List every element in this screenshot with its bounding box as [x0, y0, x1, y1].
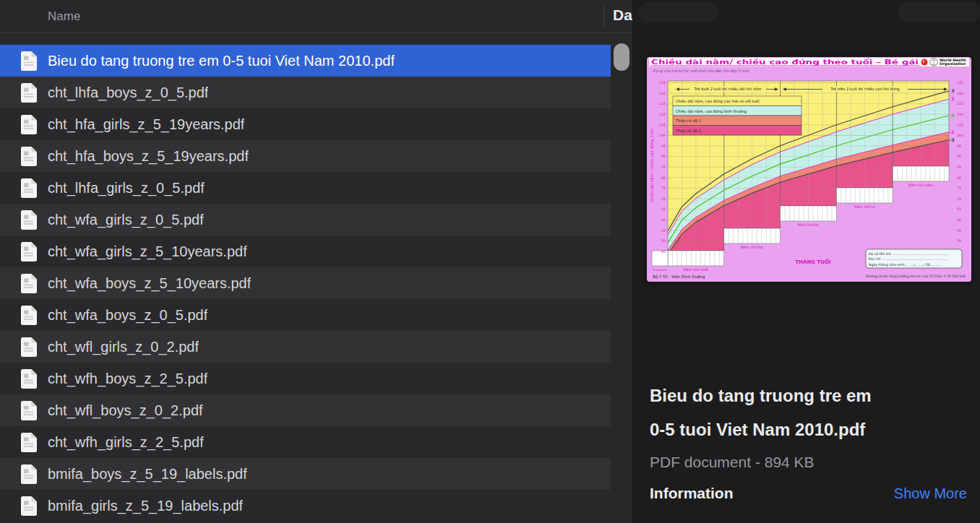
file-name: cht_wfa_boys_z_5_10years.pdf: [48, 275, 251, 292]
document-icon: [21, 51, 37, 71]
file-row[interactable]: cht_wfa_girls_z_5_10years.pdf: [0, 235, 611, 267]
file-name: cht_wfl_boys_z_0_2.pdf: [48, 402, 203, 419]
svg-text:105: 105: [659, 124, 666, 127]
file-row[interactable]: cht_hfa_girls_z_5_19years.pdf: [0, 108, 611, 140]
svg-text:95: 95: [661, 144, 666, 148]
document-icon: [21, 401, 37, 420]
file-name: cht_wfl_girls_z_0_2.pdf: [48, 339, 199, 355]
svg-text:3: 3: [951, 88, 954, 93]
svg-text:-2: -2: [950, 129, 955, 134]
preview-pane: Chiều dài nằm/ chiều cao đứng theo tuổi …: [632, 0, 980, 523]
growth-chart-image: Chiều dài nằm/ chiều cao đứng theo tuổi …: [647, 57, 971, 282]
background-highlight: [638, 2, 719, 22]
document-icon: [21, 242, 37, 262]
file-name: Bieu do tang truong tre em 0-5 tuoi Viet…: [48, 53, 395, 69]
file-row[interactable]: cht_lhfa_boys_z_0_5.pdf: [0, 77, 611, 108]
document-icon: [21, 178, 37, 198]
document-icon: [21, 496, 37, 516]
svg-text:80: 80: [957, 176, 961, 180]
svg-text:70: 70: [661, 197, 666, 201]
column-divider[interactable]: [603, 6, 604, 27]
document-icon: [21, 210, 37, 230]
svg-text:Năm thứ hai: Năm thứ hai: [741, 245, 763, 249]
file-name: cht_wfh_boys_z_2_5.pdf: [48, 371, 207, 387]
svg-text:55: 55: [661, 229, 666, 233]
svg-text:Trẻ dưới 2 tuổi đo chiều dài k: Trẻ dưới 2 tuổi đo chiều dài khi nằm: [693, 87, 761, 91]
svg-text:Năm thứ tư: Năm thứ tư: [854, 204, 875, 209]
svg-text:Chiều dài nằm, cao đứng bình t: Chiều dài nằm, cao đứng bình thường: [676, 109, 747, 114]
svg-text:100: 100: [659, 134, 666, 137]
svg-text:105: 105: [957, 124, 963, 127]
svg-text:110: 110: [659, 113, 666, 116]
svg-text:120: 120: [957, 92, 963, 95]
svg-text:THÁNG TUỔI: THÁNG TUỔI: [795, 258, 830, 265]
svg-text:2: 2: [951, 96, 954, 101]
svg-text:50: 50: [957, 239, 961, 243]
document-icon: [21, 274, 37, 293]
svg-text:0: 0: [951, 113, 955, 118]
finder-window: Name Da Bieu do tang truong tre em 0-5 t…: [0, 0, 980, 523]
svg-text:Chiều dài nằm/ chiều cao đứng: Chiều dài nằm/ chiều cao đứng theo tuổi …: [651, 58, 919, 66]
file-row[interactable]: Bieu do tang truong tre em 0-5 tuoi Viet…: [0, 45, 611, 77]
preview-file-name: Bieu do tang truong tre em 0-5 tuoi Viet…: [650, 379, 976, 446]
file-name: cht_wfh_girls_z_2_5.pdf: [48, 434, 204, 451]
file-row[interactable]: cht_wfa_girls_z_0_5.pdf: [0, 204, 611, 235]
document-icon: [21, 369, 37, 389]
svg-text:Năm thứ ba: Năm thứ ba: [798, 222, 819, 227]
svg-text:120: 120: [659, 92, 666, 95]
file-name: cht_lhfa_boys_z_0_5.pdf: [48, 85, 208, 101]
svg-text:Chiều dài nằm, cao đứng cao hơ: Chiều dài nằm, cao đứng cao hơn so với t…: [676, 99, 760, 104]
column-header-name[interactable]: Name: [48, 9, 80, 24]
information-row: Information Show More: [650, 485, 967, 502]
svg-text:125: 125: [957, 81, 963, 85]
preview-file-name-line2: 0-5 tuoi Viet Nam 2010.pdf: [650, 412, 976, 446]
svg-text:95: 95: [957, 144, 961, 148]
file-row[interactable]: cht_hfa_boys_z_5_19years.pdf: [0, 140, 611, 172]
file-name: cht_lhfa_girls_z_0_5.pdf: [48, 180, 205, 196]
svg-text:60: 60: [661, 218, 666, 222]
svg-text:85: 85: [957, 165, 961, 169]
show-more-link[interactable]: Show More: [894, 485, 967, 502]
svg-text:90: 90: [957, 155, 961, 158]
svg-text:Chiều dài nằm / chiều cao đứng: Chiều dài nằm / chiều cao đứng (cm): [650, 129, 655, 202]
svg-text:Bộ Y Tế - Viện Dinh Dưỡng: Bộ Y Tế - Viện Dinh Dưỡng: [653, 275, 705, 280]
svg-text:Tháng sinh: Tháng sinh: [652, 269, 667, 272]
svg-text:Năm thứ nhất: Năm thứ nhất: [684, 267, 709, 272]
document-icon: [21, 433, 37, 452]
file-name: cht_wfa_girls_z_5_10years.pdf: [48, 243, 247, 260]
file-name: cht_wfa_boys_z_0_5.pdf: [48, 307, 207, 324]
svg-text:115: 115: [659, 102, 666, 105]
file-row[interactable]: cht_wfl_boys_z_0_2.pdf: [0, 394, 611, 426]
file-row[interactable]: cht_wfh_girls_z_2_5.pdf: [0, 426, 611, 458]
pdf-preview-thumbnail[interactable]: Chiều dài nằm/ chiều cao đứng theo tuổi …: [647, 57, 971, 282]
svg-text:45: 45: [661, 250, 666, 254]
file-row[interactable]: cht_wfl_girls_z_0_2.pdf: [0, 331, 611, 363]
svg-text:85: 85: [661, 165, 666, 169]
file-row[interactable]: cht_wfa_boys_z_0_5.pdf: [0, 299, 611, 331]
document-icon: [21, 115, 37, 134]
svg-text:75: 75: [957, 186, 961, 190]
document-icon: [21, 337, 37, 357]
scrollbar-thumb[interactable]: [614, 43, 629, 71]
svg-text:110: 110: [957, 113, 963, 116]
svg-text:Thấp còi độ 2: Thấp còi độ 2: [675, 129, 701, 134]
list-header: Name Da: [0, 0, 632, 33]
file-row[interactable]: cht_wfh_boys_z_2_5.pdf: [0, 363, 611, 394]
svg-text:65: 65: [957, 207, 961, 211]
information-heading: Information: [650, 485, 734, 502]
file-name: cht_wfa_girls_z_0_5.pdf: [48, 212, 204, 228]
file-name: bmifa_boys_z_5_19_labels.pdf: [48, 466, 247, 483]
svg-text:Ngày tháng năm sinh:......../.: Ngày tháng năm sinh:......../......../ 2…: [869, 263, 942, 267]
svg-text:-3: -3: [950, 137, 955, 142]
preview-file-meta: PDF document - 894 KB: [650, 454, 814, 471]
document-icon: [21, 83, 37, 103]
svg-text:50: 50: [661, 239, 666, 243]
file-row[interactable]: bmifa_girls_z_5_19_labels.pdf: [0, 490, 611, 522]
svg-text:70: 70: [957, 197, 961, 201]
column-header-date[interactable]: Da: [613, 7, 632, 24]
file-row[interactable]: cht_lhfa_girls_z_0_5.pdf: [0, 172, 611, 204]
file-row[interactable]: cht_wfa_boys_z_5_10years.pdf: [0, 267, 611, 299]
preview-file-name-line1: Bieu do tang truong tre em: [650, 379, 976, 412]
document-icon: [21, 464, 37, 484]
file-row[interactable]: bmifa_boys_z_5_19_labels.pdf: [0, 458, 611, 490]
